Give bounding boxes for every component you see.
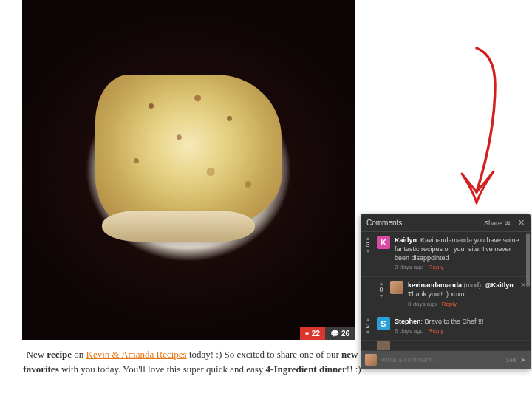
comment-content: Stephen: Bravo to the Chef !!! 8 days ag…	[395, 317, 526, 335]
reply-button[interactable]: Reply	[429, 327, 443, 334]
photo-caption: New recipe on Kevin & Amanda Recipes tod…	[7, 347, 377, 376]
dismiss-comment-button[interactable]: ✕	[520, 281, 526, 308]
caption-bold-dinner: 4-Ingredient dinner	[266, 364, 347, 375]
comment-body: Thank you!! :) xoxo	[408, 290, 465, 298]
comment-row-truncated	[361, 341, 531, 351]
vote-column: ▴ 2 ▾	[364, 317, 372, 335]
hand-drawn-arrow	[436, 44, 517, 222]
share-button[interactable]: Share ✉ ✕	[484, 218, 525, 228]
share-label: Share	[484, 219, 502, 227]
send-icon[interactable]: ➤	[520, 356, 526, 364]
my-avatar[interactable]	[365, 354, 377, 366]
avatar[interactable]	[390, 281, 403, 294]
comment-time: 8 days ago	[395, 264, 423, 270]
mention[interactable]: @Kaitlyn	[485, 282, 514, 289]
mod-label: (mod)	[462, 282, 481, 289]
photo-badges: ♥ 22 💬 26	[300, 327, 355, 340]
caption-text: !! :)	[347, 364, 361, 375]
caption-text: New	[27, 349, 47, 360]
char-limit: 140	[506, 357, 516, 364]
comment-badge[interactable]: 💬 26	[325, 327, 355, 340]
envelope-icon: ✉	[505, 219, 511, 227]
caption-text: today! :) So excited to share one of our	[187, 349, 341, 360]
upvote-button[interactable]: ▴	[366, 236, 369, 241]
comment-icon: 💬	[330, 330, 339, 338]
comment-meta: 8 days ago · Reply	[395, 327, 526, 335]
comment-content: kevinandamanda (mod): @Kaitlyn Thank you…	[408, 281, 514, 308]
comment-row-nested: ▴ 0 ▾ kevinandamanda (mod): @Kaitlyn Tha…	[361, 277, 531, 313]
comment-content: Kaitlyn: Kavinandamanda you have some fa…	[395, 236, 526, 272]
comment-time: 8 days ago	[408, 301, 437, 307]
downvote-button[interactable]: ▾	[366, 248, 369, 253]
comments-title: Comments	[366, 219, 402, 227]
downvote-button[interactable]: ▾	[366, 330, 369, 335]
upvote-button[interactable]: ▴	[366, 317, 369, 322]
like-count: 22	[312, 330, 320, 338]
comment-row: ▴ 2 ▾ S Stephen: Bravo to the Chef !!! 8…	[361, 313, 531, 341]
recipe-photo-container: ♥ 22 💬 26	[22, 0, 355, 340]
caption-bold-recipe: recipe	[47, 349, 72, 360]
comment-meta: 8 days ago · Reply	[408, 301, 514, 309]
heart-icon: ♥	[305, 330, 310, 338]
vote-column: ▴ 0 ▾	[377, 281, 386, 308]
avatar[interactable]: K	[377, 236, 390, 249]
downvote-button[interactable]: ▾	[380, 293, 383, 299]
food-roll	[102, 211, 255, 241]
food-item	[95, 75, 282, 231]
comment-username[interactable]: Stephen	[395, 318, 421, 325]
comment-meta: 8 days ago · Reply	[395, 264, 526, 272]
caption-text: with you today. You'll love this super q…	[59, 364, 266, 375]
scrollbar-thumb[interactable]	[526, 233, 530, 287]
recipe-photo[interactable]	[22, 0, 355, 340]
close-widget-button[interactable]: ✕	[518, 218, 525, 228]
comment-row: ▴ 3 ▾ K Kaitlyn: Kavinandamanda you have…	[361, 232, 531, 277]
comment-time: 8 days ago	[395, 327, 423, 334]
reply-button[interactable]: Reply	[442, 301, 457, 307]
comments-header: Comments Share ✉ ✕	[361, 214, 531, 232]
comments-body: ▴ 3 ▾ K Kaitlyn: Kavinandamanda you have…	[361, 232, 531, 351]
avatar[interactable]	[377, 341, 390, 351]
vote-column: ▴ 3 ▾	[364, 236, 372, 272]
comment-input-bar: 140 ➤	[361, 351, 531, 369]
comment-username[interactable]: Kaitlyn	[395, 236, 417, 244]
recipe-site-link[interactable]: Kevin & Amanda Recipes	[86, 349, 187, 360]
like-badge[interactable]: ♥ 22	[300, 327, 325, 340]
caption-text: on	[72, 349, 86, 360]
comment-username[interactable]: kevinandamanda	[408, 282, 462, 289]
avatar[interactable]: S	[377, 317, 390, 330]
reply-button[interactable]: Reply	[429, 264, 443, 270]
comment-count: 26	[341, 330, 349, 338]
comments-widget: Comments Share ✉ ✕ ▴ 3 ▾ K Kaitlyn: Kavi…	[361, 214, 531, 369]
upvote-button[interactable]: ▴	[380, 281, 383, 286]
comment-input[interactable]	[381, 356, 502, 364]
comment-body: : Bravo to the Chef !!!	[421, 318, 484, 325]
